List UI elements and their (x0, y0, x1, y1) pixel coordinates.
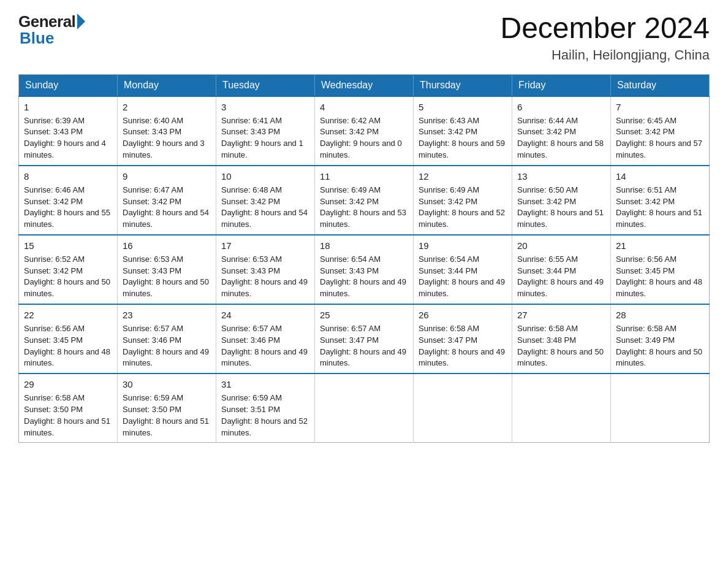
day-number: 10 (221, 170, 309, 183)
day-info: Sunrise: 6:58 AMSunset: 3:49 PMDaylight:… (616, 324, 702, 368)
day-info: Sunrise: 6:56 AMSunset: 3:45 PMDaylight:… (616, 255, 702, 299)
day-info: Sunrise: 6:45 AMSunset: 3:42 PMDaylight:… (616, 116, 702, 160)
day-info: Sunrise: 6:39 AMSunset: 3:43 PMDaylight:… (24, 116, 106, 160)
day-info: Sunrise: 6:53 AMSunset: 3:43 PMDaylight:… (221, 255, 308, 299)
calendar-day-cell: 8Sunrise: 6:46 AMSunset: 3:42 PMDaylight… (19, 166, 118, 235)
day-number: 18 (320, 239, 408, 253)
calendar-day-cell: 24Sunrise: 6:57 AMSunset: 3:46 PMDayligh… (216, 304, 315, 373)
page-header: General Blue December 2024 Hailin, Heilo… (18, 12, 710, 63)
calendar-day-cell: 2Sunrise: 6:40 AMSunset: 3:43 PMDaylight… (118, 96, 216, 166)
calendar-week-row: 15Sunrise: 6:52 AMSunset: 3:42 PMDayligh… (19, 235, 710, 304)
weekday-header-row: SundayMondayTuesdayWednesdayThursdayFrid… (19, 74, 710, 96)
day-info: Sunrise: 6:40 AMSunset: 3:43 PMDaylight:… (123, 116, 205, 160)
calendar-day-cell: 25Sunrise: 6:57 AMSunset: 3:47 PMDayligh… (315, 304, 414, 373)
day-info: Sunrise: 6:47 AMSunset: 3:42 PMDaylight:… (123, 185, 209, 229)
day-info: Sunrise: 6:58 AMSunset: 3:48 PMDaylight:… (517, 324, 604, 368)
day-info: Sunrise: 6:57 AMSunset: 3:46 PMDaylight:… (123, 324, 209, 368)
day-number: 7 (616, 101, 704, 114)
calendar-day-cell: 10Sunrise: 6:48 AMSunset: 3:42 PMDayligh… (216, 166, 315, 235)
day-info: Sunrise: 6:50 AMSunset: 3:42 PMDaylight:… (517, 185, 604, 229)
day-number: 17 (221, 239, 309, 253)
day-number: 15 (24, 239, 112, 253)
day-number: 28 (616, 308, 704, 322)
day-number: 5 (419, 101, 507, 114)
day-number: 20 (517, 239, 605, 253)
calendar-day-cell: 28Sunrise: 6:58 AMSunset: 3:49 PMDayligh… (611, 304, 710, 373)
day-info: Sunrise: 6:46 AMSunset: 3:42 PMDaylight:… (24, 185, 110, 229)
calendar-day-cell: 26Sunrise: 6:58 AMSunset: 3:47 PMDayligh… (414, 304, 512, 373)
calendar-day-cell: 19Sunrise: 6:54 AMSunset: 3:44 PMDayligh… (414, 235, 512, 304)
calendar-day-cell: 1Sunrise: 6:39 AMSunset: 3:43 PMDaylight… (19, 96, 118, 166)
day-info: Sunrise: 6:49 AMSunset: 3:42 PMDaylight:… (320, 185, 406, 229)
calendar-day-cell: 11Sunrise: 6:49 AMSunset: 3:42 PMDayligh… (315, 166, 414, 235)
day-info: Sunrise: 6:59 AMSunset: 3:51 PMDaylight:… (221, 393, 308, 437)
day-info: Sunrise: 6:48 AMSunset: 3:42 PMDaylight:… (221, 185, 308, 229)
calendar-day-cell: 15Sunrise: 6:52 AMSunset: 3:42 PMDayligh… (19, 235, 118, 304)
location-subtitle: Hailin, Heilongjiang, China (500, 47, 710, 63)
calendar-day-cell: 23Sunrise: 6:57 AMSunset: 3:46 PMDayligh… (118, 304, 216, 373)
calendar-day-cell: 6Sunrise: 6:44 AMSunset: 3:42 PMDaylight… (512, 96, 611, 166)
day-info: Sunrise: 6:51 AMSunset: 3:42 PMDaylight:… (616, 185, 702, 229)
day-info: Sunrise: 6:57 AMSunset: 3:46 PMDaylight:… (221, 324, 308, 368)
day-number: 9 (123, 170, 211, 183)
day-info: Sunrise: 6:56 AMSunset: 3:45 PMDaylight:… (24, 324, 110, 368)
calendar-week-row: 1Sunrise: 6:39 AMSunset: 3:43 PMDaylight… (19, 96, 710, 166)
calendar-day-cell: 7Sunrise: 6:45 AMSunset: 3:42 PMDaylight… (611, 96, 710, 166)
calendar-day-cell: 5Sunrise: 6:43 AMSunset: 3:42 PMDaylight… (414, 96, 512, 166)
weekday-header-tuesday: Tuesday (216, 74, 315, 96)
day-info: Sunrise: 6:58 AMSunset: 3:47 PMDaylight:… (419, 324, 505, 368)
logo-blue-text: Blue (20, 29, 54, 48)
calendar-week-row: 29Sunrise: 6:58 AMSunset: 3:50 PMDayligh… (19, 373, 710, 443)
day-number: 8 (24, 170, 112, 183)
day-info: Sunrise: 6:42 AMSunset: 3:42 PMDaylight:… (320, 116, 402, 160)
calendar-day-cell: 22Sunrise: 6:56 AMSunset: 3:45 PMDayligh… (19, 304, 118, 373)
weekday-header-thursday: Thursday (414, 74, 512, 96)
day-number: 30 (123, 378, 211, 391)
day-number: 12 (419, 170, 507, 183)
calendar-day-cell: 12Sunrise: 6:49 AMSunset: 3:42 PMDayligh… (414, 166, 512, 235)
day-number: 3 (221, 101, 309, 114)
calendar-day-cell: 13Sunrise: 6:50 AMSunset: 3:42 PMDayligh… (512, 166, 611, 235)
calendar-day-cell: 30Sunrise: 6:59 AMSunset: 3:50 PMDayligh… (118, 373, 216, 443)
day-info: Sunrise: 6:43 AMSunset: 3:42 PMDaylight:… (419, 116, 505, 160)
day-number: 14 (616, 170, 704, 183)
calendar-day-cell: 21Sunrise: 6:56 AMSunset: 3:45 PMDayligh… (611, 235, 710, 304)
day-number: 6 (517, 101, 605, 114)
calendar-day-cell: 16Sunrise: 6:53 AMSunset: 3:43 PMDayligh… (118, 235, 216, 304)
day-number: 2 (123, 101, 211, 114)
day-info: Sunrise: 6:54 AMSunset: 3:43 PMDaylight:… (320, 255, 406, 299)
calendar-day-cell: 9Sunrise: 6:47 AMSunset: 3:42 PMDaylight… (118, 166, 216, 235)
day-info: Sunrise: 6:53 AMSunset: 3:43 PMDaylight:… (123, 255, 209, 299)
calendar-week-row: 22Sunrise: 6:56 AMSunset: 3:45 PMDayligh… (19, 304, 710, 373)
day-number: 24 (221, 308, 309, 322)
weekday-header-monday: Monday (118, 74, 216, 96)
weekday-header-wednesday: Wednesday (315, 74, 414, 96)
logo-arrow-icon (77, 13, 85, 29)
title-area: December 2024 Hailin, Heilongjiang, Chin… (500, 12, 710, 63)
day-number: 22 (24, 308, 112, 322)
calendar-day-cell: 17Sunrise: 6:53 AMSunset: 3:43 PMDayligh… (216, 235, 315, 304)
day-number: 1 (24, 101, 112, 114)
day-info: Sunrise: 6:52 AMSunset: 3:42 PMDaylight:… (24, 255, 110, 299)
day-info: Sunrise: 6:58 AMSunset: 3:50 PMDaylight:… (24, 393, 110, 437)
day-info: Sunrise: 6:44 AMSunset: 3:42 PMDaylight:… (517, 116, 604, 160)
day-info: Sunrise: 6:55 AMSunset: 3:44 PMDaylight:… (517, 255, 604, 299)
day-number: 19 (419, 239, 507, 253)
day-number: 29 (24, 378, 112, 391)
calendar-day-cell: 4Sunrise: 6:42 AMSunset: 3:42 PMDaylight… (315, 96, 414, 166)
calendar-day-cell: 29Sunrise: 6:58 AMSunset: 3:50 PMDayligh… (19, 373, 118, 443)
calendar-day-cell (414, 373, 512, 443)
day-info: Sunrise: 6:57 AMSunset: 3:47 PMDaylight:… (320, 324, 406, 368)
day-number: 27 (517, 308, 605, 322)
calendar-day-cell: 18Sunrise: 6:54 AMSunset: 3:43 PMDayligh… (315, 235, 414, 304)
weekday-header-sunday: Sunday (19, 74, 118, 96)
day-number: 31 (221, 378, 309, 391)
day-number: 4 (320, 101, 408, 114)
calendar-table: SundayMondayTuesdayWednesdayThursdayFrid… (18, 74, 710, 443)
day-info: Sunrise: 6:41 AMSunset: 3:43 PMDaylight:… (221, 116, 303, 160)
day-number: 16 (123, 239, 211, 253)
calendar-day-cell: 27Sunrise: 6:58 AMSunset: 3:48 PMDayligh… (512, 304, 611, 373)
day-info: Sunrise: 6:54 AMSunset: 3:44 PMDaylight:… (419, 255, 505, 299)
day-info: Sunrise: 6:49 AMSunset: 3:42 PMDaylight:… (419, 185, 505, 229)
calendar-day-cell (611, 373, 710, 443)
